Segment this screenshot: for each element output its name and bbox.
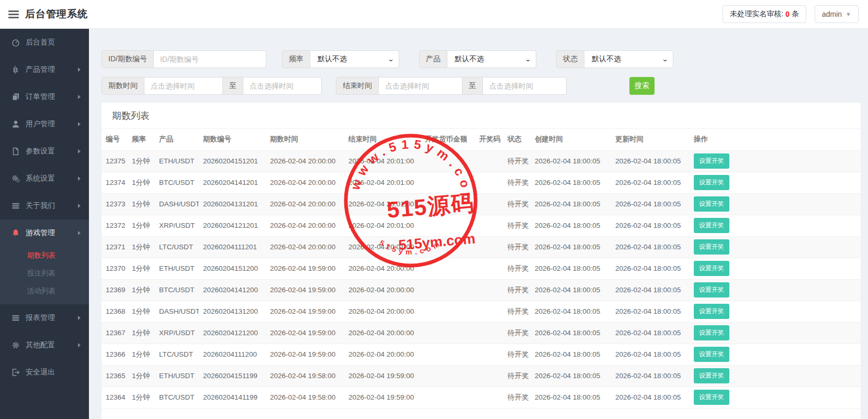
sidebar-item-label: 订单管理 <box>26 92 55 102</box>
cell-id: 12371 <box>102 236 128 258</box>
cell-id: 12369 <box>102 279 128 301</box>
sidebar-item-about[interactable]: 关于我们 <box>0 192 89 219</box>
sidebar-subitem-activity-list[interactable]: 活动列表 <box>0 282 89 300</box>
cell-end_time: 2026-02-04 19:59:00 <box>344 387 421 408</box>
user-name: admin <box>822 10 842 18</box>
sidebar-item-products[interactable]: B 产品管理 <box>0 56 89 83</box>
cell-period_time: 2026-02-04 19:59:00 <box>266 322 344 344</box>
sidebar-item-orders[interactable]: 订单管理 <box>0 83 89 111</box>
product-filter-group: 产品 默认不选 ⌄ <box>419 50 536 68</box>
user-menu[interactable]: admin ▼ <box>815 5 859 23</box>
cell-period_time: 2026-02-04 19:59:00 <box>266 344 344 365</box>
cell-actions: 设置开奖 <box>690 172 861 193</box>
table-row: 123651分钟ETH/USDT202602041511992026-02-04… <box>102 365 861 387</box>
review-badge-unit: 条 <box>792 9 799 19</box>
cell-status: 待开奖 <box>503 172 531 193</box>
cell-actions: 设置开奖 <box>690 258 861 279</box>
period-table: 编号 频率 产品 期数编号 期数时间 结束时间 开奖货币金额 开奖码 状态 创建… <box>102 129 861 409</box>
cell-freq: 1分钟 <box>128 236 155 258</box>
cell-product: BTC/USDT <box>155 279 199 301</box>
period-time-filter-group: 期数时间 至 <box>102 77 322 95</box>
sidebar-item-logout[interactable]: 安全退出 <box>0 359 89 386</box>
sidebar-item-dashboard[interactable]: 后台首页 <box>0 29 89 56</box>
sidebar-item-games[interactable]: 游戏管理 <box>0 219 89 247</box>
cell-end_time: 2026-02-04 20:01:00 <box>344 150 421 172</box>
col-id: 编号 <box>102 129 128 150</box>
cell-amount <box>421 236 475 258</box>
period-time-start-input[interactable] <box>144 77 223 95</box>
col-status: 状态 <box>503 129 531 150</box>
sidebar-item-system[interactable]: 系统设置 <box>0 165 89 192</box>
cell-amount <box>421 193 475 215</box>
cell-updated: 2026-02-04 18:00:05 <box>611 236 690 258</box>
cell-end_time: 2026-02-04 20:01:00 <box>344 236 421 258</box>
col-actions: 操作 <box>690 129 861 150</box>
cell-amount <box>421 258 475 279</box>
cell-id: 12374 <box>102 172 128 193</box>
sidebar-item-other-config[interactable]: 其他配置 <box>0 332 89 359</box>
cell-period_time: 2026-02-04 19:59:00 <box>266 279 344 301</box>
cell-period_no: 20260204131200 <box>199 301 266 322</box>
cell-created: 2026-02-04 18:00:05 <box>531 150 611 172</box>
cell-status: 待开奖 <box>503 365 531 387</box>
table-header-row: 编号 频率 产品 期数编号 期数时间 结束时间 开奖货币金额 开奖码 状态 创建… <box>102 129 861 150</box>
period-time-end-input[interactable] <box>243 77 322 95</box>
table-row: 123661分钟LTC/USDT202602041112002026-02-04… <box>102 344 861 365</box>
sidebar-subitem-bet-list[interactable]: 投注列表 <box>0 264 89 282</box>
set-lottery-button[interactable]: 设置开奖 <box>694 325 729 340</box>
cell-period_time: 2026-02-04 19:59:00 <box>266 301 344 322</box>
cell-status: 待开奖 <box>503 150 531 172</box>
set-lottery-button[interactable]: 设置开奖 <box>694 175 729 190</box>
set-lottery-button[interactable]: 设置开奖 <box>694 347 729 362</box>
sidebar-item-parameters[interactable]: 参数设置 <box>0 138 89 165</box>
cell-amount <box>421 215 475 236</box>
col-code: 开奖码 <box>475 129 503 150</box>
cell-freq: 1分钟 <box>128 172 155 193</box>
sidebar-subitem-period-list[interactable]: 期数列表 <box>0 247 89 264</box>
bitcoin-icon: B <box>12 65 26 74</box>
set-lottery-button[interactable]: 设置开奖 <box>694 304 729 319</box>
end-time-filter-group: 结束时间 至 <box>336 77 567 95</box>
menu-toggle-icon[interactable] <box>8 9 19 20</box>
set-lottery-button[interactable]: 设置开奖 <box>694 368 729 383</box>
cell-status: 待开奖 <box>503 344 531 365</box>
logout-icon <box>12 368 26 377</box>
set-lottery-button[interactable]: 设置开奖 <box>694 282 729 297</box>
set-lottery-button[interactable]: 设置开奖 <box>694 153 729 169</box>
cell-created: 2026-02-04 18:00:05 <box>531 387 611 408</box>
product-select[interactable]: 默认不选 ⌄ <box>447 50 536 68</box>
status-select[interactable]: 默认不选 ⌄ <box>584 50 673 68</box>
pending-review-badge[interactable]: 未处理实名审核: 0 条 <box>723 5 806 23</box>
frequency-select[interactable]: 默认不选 ⌄ <box>310 50 399 68</box>
cell-code <box>475 344 503 365</box>
search-button[interactable]: 搜索 <box>629 77 655 95</box>
cell-amount <box>421 172 475 193</box>
cell-freq: 1分钟 <box>128 258 155 279</box>
cell-end_time: 2026-02-04 20:01:00 <box>344 215 421 236</box>
cell-actions: 设置开奖 <box>690 322 861 344</box>
cell-actions: 设置开奖 <box>690 279 861 301</box>
cell-period_time: 2026-02-04 19:58:00 <box>266 387 344 408</box>
top-header: 后台管理系统 未处理实名审核: 0 条 admin ▼ <box>0 0 868 29</box>
cell-period_no: 20260204151200 <box>199 258 266 279</box>
cell-code <box>475 322 503 344</box>
sidebar-item-reports[interactable]: 报表管理 <box>0 304 89 332</box>
set-lottery-button[interactable]: 设置开奖 <box>694 218 729 233</box>
cell-created: 2026-02-04 18:00:05 <box>531 172 611 193</box>
cell-amount <box>421 387 475 408</box>
cell-code <box>475 258 503 279</box>
sidebar-item-label: 游戏管理 <box>26 228 55 238</box>
set-lottery-button[interactable]: 设置开奖 <box>694 196 729 212</box>
set-lottery-button[interactable]: 设置开奖 <box>694 239 729 255</box>
cell-freq: 1分钟 <box>128 344 155 365</box>
set-lottery-button[interactable]: 设置开奖 <box>694 390 729 405</box>
col-created: 创建时间 <box>531 129 611 150</box>
cell-id: 12372 <box>102 215 128 236</box>
set-lottery-button[interactable]: 设置开奖 <box>694 261 729 276</box>
cell-updated: 2026-02-04 18:00:05 <box>611 387 690 408</box>
cell-actions: 设置开奖 <box>690 387 861 408</box>
end-time-start-input[interactable] <box>379 77 463 95</box>
end-time-end-input[interactable] <box>483 77 567 95</box>
sidebar-item-users[interactable]: 用户管理 <box>0 111 89 138</box>
id-input[interactable] <box>154 50 266 68</box>
